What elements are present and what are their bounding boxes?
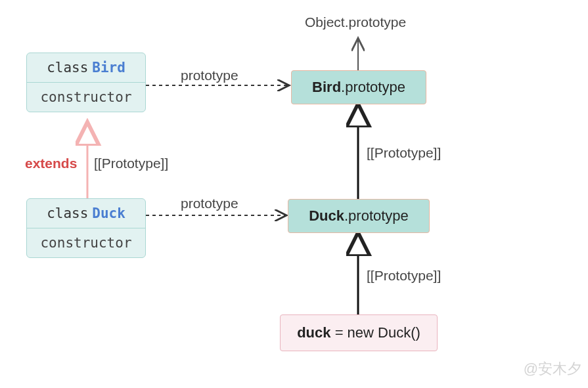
class-bird-constructor: constructor bbox=[27, 83, 145, 112]
prototype-label-2: prototype bbox=[181, 196, 238, 211]
proto-bold: Duck bbox=[309, 207, 344, 224]
keyword-class: class bbox=[47, 60, 88, 75]
class-name-bird: Bird bbox=[92, 60, 125, 75]
proto-rest: .prototype bbox=[344, 207, 409, 224]
class-duck-box: class Duck constructor bbox=[26, 198, 146, 258]
class-duck-constructor: constructor bbox=[27, 228, 145, 257]
prototype-label-1: prototype bbox=[181, 68, 238, 83]
duck-prototype-box: Duck.prototype bbox=[288, 199, 430, 233]
prototype-bracket-label-1: [[Prototype]] bbox=[94, 156, 168, 171]
class-name-duck: Duck bbox=[92, 205, 125, 221]
proto-bold: Bird bbox=[312, 79, 341, 95]
prototype-bracket-label-2: [[Prototype]] bbox=[367, 145, 441, 161]
duck-instance-box: duck = new Duck() bbox=[280, 314, 438, 351]
instance-rest: = new Duck() bbox=[331, 324, 420, 341]
class-bird-box: class Bird constructor bbox=[26, 53, 146, 112]
constructor-label: constructor bbox=[40, 89, 131, 105]
keyword-class: class bbox=[47, 205, 88, 221]
instance-var: duck bbox=[297, 324, 330, 341]
constructor-label: constructor bbox=[40, 235, 131, 251]
extends-label: extends bbox=[25, 156, 77, 171]
watermark: @安木夕 bbox=[524, 359, 581, 379]
proto-rest: .prototype bbox=[341, 79, 405, 95]
class-duck-header: class Duck bbox=[27, 199, 145, 228]
object-prototype-label: Object.prototype bbox=[305, 14, 406, 30]
class-bird-header: class Bird bbox=[27, 53, 145, 83]
bird-prototype-box: Bird.prototype bbox=[291, 70, 426, 104]
prototype-bracket-label-3: [[Prototype]] bbox=[367, 268, 441, 284]
